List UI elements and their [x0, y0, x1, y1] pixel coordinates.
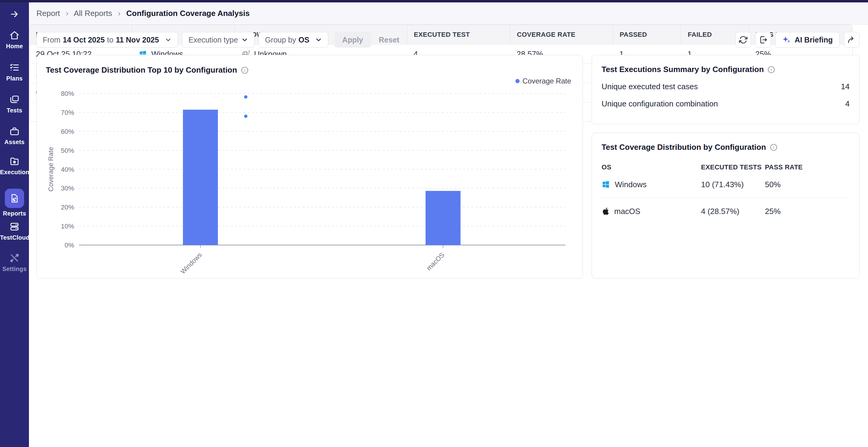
sidebar-item-label: Assets — [0, 139, 29, 146]
summary-title: Test Executions Summary by Configuration — [601, 65, 764, 74]
date-range-dropdown[interactable]: From 14 Oct 2025 to 11 Nov 2025 — [36, 32, 178, 48]
filter-bar: From 14 Oct 2025 to 11 Nov 2025 Executio… — [36, 32, 407, 48]
sidebar-expand-button[interactable] — [0, 9, 29, 19]
summary-value: 4 — [845, 99, 849, 109]
coverage-row-macos: macOS 4 (28.57%) 25% — [601, 198, 849, 225]
chevron-down-icon — [241, 36, 248, 43]
chevron-down-icon — [165, 36, 172, 43]
apply-button[interactable]: Apply — [334, 32, 371, 48]
pass-rate-value: 50% — [765, 180, 849, 189]
svg-text:macOS: macOS — [425, 251, 446, 272]
export-document-icon — [758, 35, 768, 44]
ai-sparkle-icon — [782, 35, 791, 44]
sidebar-item-reports[interactable]: Reports — [0, 189, 29, 217]
arrow-right-icon — [9, 9, 20, 19]
sidebar-item-label: Tests — [0, 107, 29, 114]
coverage-row-windows: Windows 10 (71.43%) 50% — [601, 171, 849, 198]
coverage-bar-chart[interactable]: 10%20%30%40%50%60%70%80%0%Coverage RateW… — [37, 55, 583, 279]
sidebar-item-label: Plans — [0, 75, 29, 82]
column-header: EXECUTED TEST — [407, 25, 510, 44]
page-title: Configuration Coverage Analysis — [126, 9, 250, 18]
executed-tests-value: 10 (71.43%) — [701, 180, 765, 189]
export-button[interactable] — [755, 32, 771, 48]
svg-text:40%: 40% — [61, 166, 74, 173]
sidebar-item-label: Settings — [0, 266, 29, 272]
os-name: Windows — [615, 180, 647, 189]
sidebar-item-assets[interactable]: Assets — [0, 126, 29, 146]
coverage-card-title: Test Coverage Distribution by Configurat… — [601, 143, 766, 152]
date-range-mid: to — [107, 36, 113, 44]
ai-briefing-button[interactable]: AI Briefing — [775, 32, 840, 48]
column-header-executed-tests: EXECUTED TESTS — [701, 163, 765, 171]
ai-briefing-label: AI Briefing — [795, 36, 833, 44]
breadcrumb-all-reports[interactable]: All Reports — [74, 9, 112, 18]
assets-bag-icon — [0, 126, 29, 137]
svg-text:10%: 10% — [61, 222, 74, 230]
chevron-down-icon — [315, 36, 322, 43]
sidebar-item-plans[interactable]: Plans — [0, 62, 29, 82]
group-by-value: OS — [299, 36, 309, 44]
toolbar-actions: AI Briefing — [735, 32, 860, 48]
svg-text:60%: 60% — [61, 128, 74, 135]
date-range-end: 11 Nov 2025 — [116, 36, 159, 44]
sidebar-item-label: Reports — [0, 210, 29, 217]
apple-icon — [601, 207, 610, 215]
sidebar-item-testcloud[interactable]: TestCloud — [0, 221, 29, 241]
share-button[interactable] — [844, 32, 860, 48]
plans-checklist-icon — [0, 62, 29, 73]
summary-value: 14 — [841, 82, 849, 91]
window-top-strip — [0, 0, 868, 2]
group-by-prefix: Group by — [265, 36, 296, 44]
coverage-card-header: OS EXECUTED TESTS PASS RATE — [601, 163, 849, 171]
os-name: macOS — [614, 207, 641, 216]
summary-row: Unique configuration combination 4 — [601, 99, 849, 109]
refresh-icon — [739, 35, 748, 44]
breadcrumb-separator: › — [66, 9, 68, 18]
summary-row: Unique executed test cases 14 — [601, 82, 849, 91]
sidebar-item-executions[interactable]: Executions — [0, 156, 29, 176]
reports-document-pie-icon — [9, 193, 20, 204]
svg-text:20%: 20% — [61, 204, 74, 211]
execution-type-label: Execution type — [188, 36, 238, 44]
svg-text:30%: 30% — [61, 184, 74, 192]
home-icon — [0, 30, 29, 41]
execution-type-dropdown[interactable]: Execution type — [182, 32, 254, 48]
main-content: From 14 Oct 2025 to 11 Nov 2025 Executio… — [29, 25, 868, 447]
column-header: COVERAGE RATE — [510, 25, 613, 44]
sidebar-item-settings[interactable]: Settings — [0, 252, 29, 272]
svg-text:0%: 0% — [64, 241, 74, 249]
sidebar-item-tests[interactable]: Tests — [0, 94, 29, 114]
svg-text:i: i — [771, 67, 772, 72]
svg-text:Coverage Rate: Coverage Rate — [47, 147, 55, 192]
executed-tests-value: 4 (28.57%) — [701, 207, 765, 216]
svg-text:i: i — [773, 145, 774, 150]
page-header: Report › All Reports › Configuration Cov… — [29, 2, 868, 25]
sidebar-item-label: Home — [0, 43, 29, 50]
settings-tools-icon — [0, 252, 29, 263]
svg-text:?: ? — [248, 50, 250, 54]
info-icon[interactable]: i — [770, 144, 778, 151]
sidebar: Home Plans Tests Assets Executions Repor… — [0, 2, 29, 447]
executions-summary-card: Test Executions Summary by Configuration… — [592, 55, 860, 124]
coverage-chart-card: Test Coverage Distribution Top 10 by Con… — [36, 55, 583, 278]
windows-icon — [601, 180, 610, 189]
breadcrumb-separator: › — [118, 9, 121, 18]
column-header-os: OS — [601, 163, 701, 171]
column-header-pass-rate: PASS RATE — [765, 163, 849, 171]
breadcrumb-report[interactable]: Report — [36, 9, 60, 18]
breadcrumb: Report › All Reports › Configuration Cov… — [36, 9, 250, 18]
sidebar-item-home[interactable]: Home — [0, 30, 29, 50]
reset-button[interactable]: Reset — [371, 32, 407, 48]
summary-label: Unique configuration combination — [601, 99, 718, 109]
date-range-prefix: From — [43, 36, 60, 44]
group-by-dropdown[interactable]: Group by OS — [258, 32, 328, 48]
column-header: PASSED — [613, 25, 681, 44]
info-icon[interactable]: i — [767, 66, 775, 73]
sidebar-item-label: Executions — [0, 169, 29, 176]
share-arrow-icon — [847, 35, 856, 44]
coverage-distribution-card: Test Coverage Distribution by Configurat… — [592, 132, 860, 278]
tests-copies-icon — [0, 94, 29, 105]
refresh-button[interactable] — [735, 32, 751, 48]
svg-text:70%: 70% — [61, 109, 74, 116]
summary-label: Unique executed test cases — [601, 82, 698, 91]
